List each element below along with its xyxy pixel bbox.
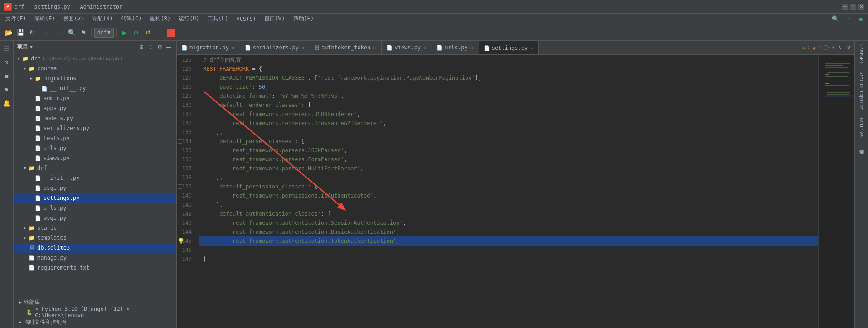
tree-item-drf-root[interactable]: ▼ 📁 drf C:\Users\lenovo\Desktop\drf (14, 53, 176, 63)
reload-btn[interactable]: ↺ (143, 28, 153, 38)
notification-icon[interactable]: 🔔 (0, 97, 13, 110)
tree-item-migrations[interactable]: ▶ 📁 migrations (14, 73, 176, 83)
tree-gear-btn[interactable]: — (165, 43, 173, 51)
menu-view[interactable]: 视图(V) (59, 14, 87, 24)
python-sdk-item[interactable]: 🐍 < Python 3.10 (Django) (12) > C:\Users… (14, 307, 176, 317)
tab-serializers[interactable]: 📄 serializers.py ✕ (240, 41, 310, 55)
code-line-129[interactable]: 'datetime_format' : '%Y-%m-%d %H:%M:%S' … (199, 92, 818, 101)
tab-more-btn[interactable]: ⋮ (791, 43, 799, 52)
toolbar-search-btn[interactable]: 🔍 (67, 28, 77, 38)
tree-item-serializers[interactable]: ▶ 📄 serializers.py (14, 123, 176, 133)
commit-icon[interactable]: ⌥ (0, 56, 13, 69)
tab-close-serializers[interactable]: ✕ (301, 45, 305, 50)
code-line-130[interactable]: 'default_renderer_classes' : [ (199, 101, 818, 110)
tree-settings-btn[interactable]: ⚙ (155, 43, 164, 51)
sort-btn[interactable]: ≑ (146, 43, 155, 51)
menu-vcs[interactable]: VCS(S) (233, 15, 260, 23)
tree-item-manage[interactable]: ▶ 📄 manage.py (14, 253, 176, 263)
bookmark-icon[interactable]: ⚑ (0, 83, 13, 96)
tab-close-settings[interactable]: ✕ (529, 46, 534, 51)
tree-item-templates[interactable]: ▶ 📁 templates (14, 233, 176, 243)
copilot-panel-btn[interactable]: GitHub Copilot (855, 68, 868, 113)
tree-item-admin[interactable]: ▶ 📄 admin.py (14, 93, 176, 103)
tree-item-models[interactable]: ▶ 📄 models.py (14, 113, 176, 123)
toolbar-search-icon[interactable]: 🔍 (828, 14, 843, 23)
code-line-137[interactable]: 'rest_framework.parsers.MultiPartParser'… (199, 164, 818, 173)
code-line-142[interactable]: 'default_authentication_classes' : [ (199, 209, 818, 218)
menu-edit[interactable]: 编辑(E) (31, 14, 59, 24)
toolbar-back-btn[interactable]: ← (43, 28, 53, 38)
menu-refactor[interactable]: 重构(R) (146, 14, 174, 24)
code-line-135[interactable]: 'rest_framework.parsers.JSONParser' , (199, 146, 818, 155)
gitlive-panel-btn[interactable]: GitLive (855, 114, 868, 140)
tree-item-db-sqlite[interactable]: ▶ 🗄 db.sqlite3 (14, 243, 176, 253)
maximize-button[interactable]: □ (850, 4, 856, 10)
chatgpt-panel-btn[interactable]: ChatGPT (855, 41, 868, 67)
menu-run[interactable]: 运行(U) (175, 14, 203, 24)
tree-item-urls-course[interactable]: ▶ 📄 urls.py (14, 143, 176, 153)
code-line-134[interactable]: 'default_parser_classes' : [ (199, 137, 818, 146)
tree-item-views-course[interactable]: ▶ 📄 views.py (14, 153, 176, 163)
scratch-files-item[interactable]: ▶ 临时文件和控制台 (14, 317, 176, 327)
tab-urls[interactable]: 📄 urls.py ✕ (432, 41, 479, 55)
code-line-147[interactable]: } (199, 255, 818, 264)
menu-tools[interactable]: 工具(L) (204, 14, 232, 24)
tree-item-course[interactable]: ▼ 📁 course (14, 63, 176, 73)
code-line-146[interactable] (199, 246, 818, 255)
collapse-all-btn[interactable]: ⊞ (137, 43, 145, 51)
tree-item-drf-inner[interactable]: ▼ 📁 drf (14, 163, 176, 173)
project-icon[interactable]: ☰ (0, 43, 13, 55)
code-line-139[interactable]: 'default_permission_classes' : [ (199, 182, 818, 191)
tree-item-staric[interactable]: ▶ 📁 staric (14, 223, 176, 233)
toolbar-save-btn[interactable]: 💾 (15, 28, 25, 38)
project-selector[interactable]: drf ▼ (94, 28, 114, 38)
tab-views[interactable]: 📄 views.py ✕ (382, 41, 432, 55)
more-run-btn[interactable]: ⋮ (155, 28, 165, 38)
structure-icon[interactable]: ≡ (0, 70, 13, 82)
minimize-button[interactable]: ─ (842, 4, 848, 10)
run-green-btn[interactable]: ▶ (120, 28, 130, 38)
status-icon[interactable]: ● (855, 14, 866, 23)
translate-panel-btn[interactable]: 翻译 (855, 142, 868, 149)
toolbar-bookmark-btn[interactable]: ⚑ (78, 28, 88, 38)
tree-item-requirements[interactable]: ▶ 📄 requirements.txt (14, 263, 176, 273)
tab-close-authtoken[interactable]: ✕ (372, 45, 377, 50)
code-area[interactable]: # drf主间配置 REST_FRAMEWORK = { 'DEFAULT_PE… (199, 55, 818, 328)
tree-item-init2[interactable]: ▶ 📄 __init__.py (14, 173, 176, 183)
code-line-128[interactable]: 'page_size' : 50 , (199, 82, 818, 92)
code-line-144[interactable]: 'rest_framework.authentication.BasicAuth… (199, 227, 818, 236)
code-line-126[interactable]: REST_FRAMEWORK = { (199, 64, 818, 73)
fold-up-btn[interactable]: ∧ (835, 43, 844, 52)
code-line-125[interactable]: # drf主间配置 (199, 55, 818, 64)
code-line-133[interactable]: ], (199, 128, 818, 137)
code-line-136[interactable]: 'rest_framework.parsers.FormParser' , (199, 155, 818, 164)
tab-close-views[interactable]: ✕ (422, 45, 427, 50)
tab-close-migration[interactable]: ✕ (231, 45, 235, 50)
menu-navigate[interactable]: 导航(N) (88, 14, 116, 24)
menu-help[interactable]: 帮助(H) (290, 14, 318, 24)
menu-code[interactable]: 代码(C) (117, 14, 145, 24)
stop-button[interactable] (167, 29, 175, 37)
code-line-131[interactable]: 'rest_framework.renderers.JSONRenderer' … (199, 110, 818, 119)
tree-item-init1[interactable]: ▶ 📄 __init__.py (14, 83, 176, 93)
run-debug-btn[interactable]: ⚙ (131, 28, 141, 38)
toolbar-open-btn[interactable]: 📂 (4, 28, 14, 38)
code-line-145[interactable]: 'rest_framework.authentication.TokenAuth… (199, 236, 818, 246)
code-line-143[interactable]: 'rest_framework.authentication.SessionAu… (199, 218, 818, 227)
tab-migration[interactable]: 📄 migration.py ✕ (177, 41, 240, 55)
tab-close-urls[interactable]: ✕ (470, 45, 474, 50)
toolbar-refresh-btn[interactable]: ↻ (27, 28, 37, 38)
code-line-138[interactable]: ], (199, 173, 818, 182)
tree-item-apps[interactable]: ▶ 📄 apps.py (14, 103, 176, 113)
tree-item-asgi[interactable]: ▶ 📄 asgi.py (14, 183, 176, 193)
tree-item-wsgi[interactable]: ▶ 📄 wsgi.py (14, 213, 176, 223)
close-button[interactable]: ✕ (858, 4, 864, 10)
toolbar-forward-btn[interactable]: → (55, 28, 65, 38)
tab-settings[interactable]: 📄 settings.py ✕ (479, 41, 539, 55)
tree-item-settings[interactable]: ▶ 📄 settings.py (14, 193, 176, 203)
fold-down-btn[interactable]: ∨ (844, 43, 853, 52)
code-line-141[interactable]: ], (199, 200, 818, 209)
code-line-127[interactable]: 'DEFAULT_PERMISSION_CLASSES' : [ 'rest_f… (199, 73, 818, 82)
tree-item-tests[interactable]: ▶ 📄 tests.py (14, 133, 176, 143)
code-line-132[interactable]: 'rest_framework.renderers.BrowsableAPIRe… (199, 119, 818, 128)
